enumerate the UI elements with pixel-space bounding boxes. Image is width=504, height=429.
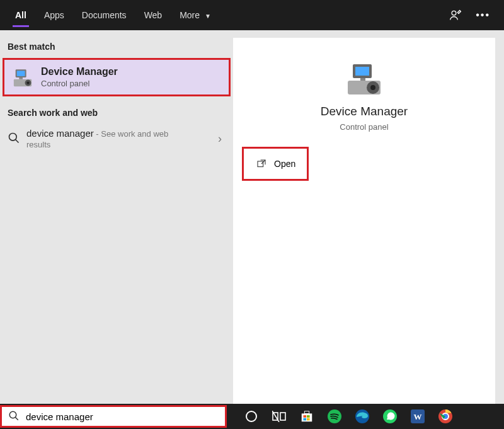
svg-rect-2 xyxy=(17,71,25,76)
open-action[interactable]: Open xyxy=(242,147,309,181)
preview-subtitle: Control panel xyxy=(233,122,495,132)
svg-text:W: W xyxy=(414,412,422,421)
best-match-subtitle: Control panel xyxy=(41,79,118,88)
open-icon xyxy=(256,159,266,169)
svg-line-17 xyxy=(15,417,18,420)
svg-rect-3 xyxy=(19,77,23,79)
feedback-icon[interactable] xyxy=(449,9,462,21)
chevron-right-icon[interactable]: › xyxy=(218,132,226,146)
svg-rect-23 xyxy=(304,411,309,414)
svg-point-7 xyxy=(9,133,17,140)
device-manager-large-icon xyxy=(344,63,384,98)
open-label: Open xyxy=(274,159,295,169)
svg-rect-10 xyxy=(355,67,369,76)
svg-rect-24 xyxy=(304,415,307,418)
spotify-icon[interactable] xyxy=(326,408,343,425)
svg-line-8 xyxy=(16,139,19,142)
svg-point-14 xyxy=(370,85,375,90)
chrome-icon[interactable] xyxy=(437,408,454,425)
more-options-icon[interactable]: ••• xyxy=(476,9,490,21)
best-match-heading: Best match xyxy=(0,37,233,58)
svg-rect-25 xyxy=(307,415,310,418)
tab-more-label: More xyxy=(180,10,200,20)
cortana-icon[interactable] xyxy=(243,408,260,425)
web-result-hint-line2: results xyxy=(26,140,212,149)
microsoft-store-icon[interactable] xyxy=(299,408,315,425)
device-manager-icon xyxy=(12,67,33,88)
search-work-web-heading: Search work and web xyxy=(0,96,233,124)
chevron-down-icon: ▼ xyxy=(205,13,211,20)
tab-documents[interactable]: Documents xyxy=(73,2,135,28)
tab-web[interactable]: Web xyxy=(135,2,171,28)
tab-more[interactable]: More ▼ xyxy=(171,2,220,28)
web-search-result[interactable]: device manager - See work and web result… xyxy=(0,124,233,153)
svg-point-16 xyxy=(9,411,16,418)
tab-apps[interactable]: Apps xyxy=(35,2,73,28)
web-result-query: device manager xyxy=(26,128,94,139)
preview-title: Device Manager xyxy=(233,105,495,118)
web-result-hint-inline: - See work and web xyxy=(94,129,169,139)
word-icon[interactable]: W xyxy=(410,408,426,425)
preview-panel: Device Manager Control panel Open xyxy=(233,38,495,404)
edge-icon[interactable] xyxy=(354,408,370,425)
tab-all[interactable]: All xyxy=(6,2,35,28)
whatsapp-icon[interactable] xyxy=(382,408,398,425)
svg-point-0 xyxy=(452,11,456,15)
best-match-result[interactable]: Device Manager Control panel xyxy=(3,58,231,96)
svg-rect-11 xyxy=(360,78,365,81)
svg-rect-15 xyxy=(258,161,263,167)
task-view-icon[interactable] xyxy=(271,408,287,425)
best-match-title: Device Manager xyxy=(41,66,118,77)
search-filter-tabs: All Apps Documents Web More ▼ ••• xyxy=(0,0,504,30)
taskbar: W xyxy=(0,404,504,429)
svg-rect-20 xyxy=(280,413,285,420)
results-column: Best match Device Manager Control panel … xyxy=(0,30,233,404)
search-input[interactable] xyxy=(26,411,219,422)
search-icon xyxy=(8,410,20,423)
svg-rect-27 xyxy=(307,418,310,421)
svg-point-6 xyxy=(26,81,29,84)
svg-rect-26 xyxy=(304,418,307,421)
taskbar-search[interactable] xyxy=(0,405,227,428)
svg-point-18 xyxy=(246,411,256,421)
search-icon xyxy=(8,132,20,146)
